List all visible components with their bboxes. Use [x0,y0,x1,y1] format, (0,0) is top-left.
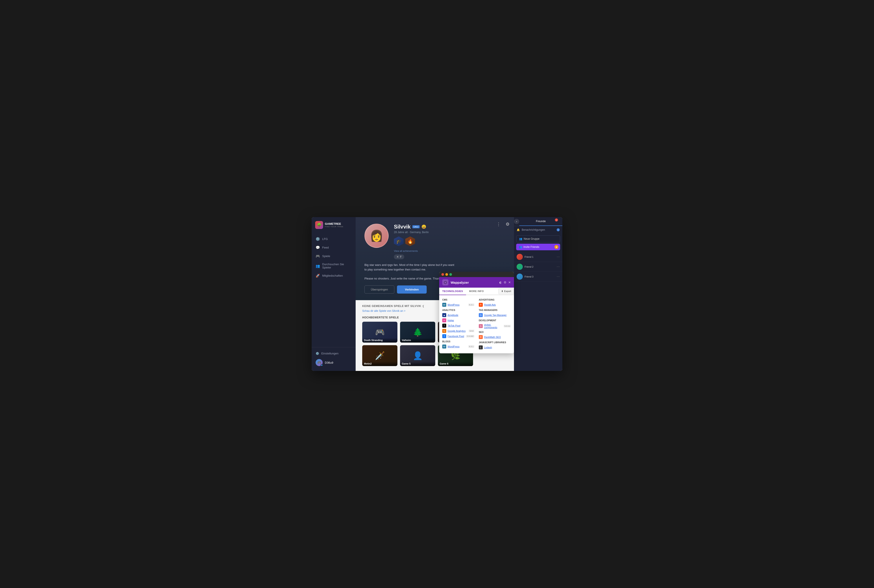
notifications-row[interactable]: 🔔 Benachrichtigungen 2 [514,226,563,234]
sidebar-item-feed[interactable]: 💬 Feed [311,243,356,252]
lodash-icon: L [479,345,483,350]
sidebar-item-lfg[interactable]: ⚙️ LFG [311,235,356,243]
invite-friends-button[interactable]: 👥 Invite Friends ★ [516,244,560,250]
close-dot[interactable] [441,273,444,276]
tech-item-rms: R RankMath SEO [479,335,511,339]
wapp-content: CMS W WordPress 6.3.1 Analytics ▲ Amplit… [439,295,514,353]
wapp-settings-icon[interactable]: ⚙ [504,280,507,284]
profile-info: 👩 Silvvik LVL1 😄 28 Jahre alt · Germany,… [364,224,505,259]
lfg-icon: ⚙️ [316,237,320,241]
profile-details: Silvvik LVL1 😄 28 Jahre alt · Germany, B… [394,224,505,259]
profile-badges: 🎓 🔥 [394,236,505,246]
group-icon: 👥 [519,237,522,240]
gold-coin-icon: ★ [554,245,558,249]
tab-friends[interactable]: Freunde 1 [519,217,563,226]
wordpress-blogs-link[interactable]: WordPress [448,345,459,348]
wapp-tabs-row: TECHNOLOGIES MORE INFO ⬇ Export [439,288,514,295]
level-badge: LVL1 [412,225,420,228]
connect-button[interactable]: Verbinden [397,285,427,294]
rp-avatar [517,254,523,260]
game-card-death-stranding[interactable]: 🎮 Death Stranding [362,322,397,342]
tech-item-wordpress-blogs: W WordPress 6.3.1 [442,345,474,348]
skip-button[interactable]: Überspringen [364,285,394,294]
wapp-close-icon[interactable]: ✕ [508,280,511,284]
settings-icon: ⚙️ [316,352,319,355]
maximize-dot[interactable] [449,273,452,276]
hotjar-icon: H [442,318,446,322]
sidebar-item-browse[interactable]: 👥 Durchsuchen Sie Spieler [311,260,356,272]
amplitude-link[interactable]: Amplitude [448,314,458,316]
profile-meta: 28 Jahre alt · Germany, Berlin [394,231,505,234]
game-title: Death Stranding [362,338,397,342]
minimize-dot[interactable] [445,273,448,276]
more-options-icon[interactable]: ⋮ [496,222,501,227]
rms-icon: R [479,335,483,339]
tech-item-tiktok: T TikTok Pixel [442,324,474,328]
export-button[interactable]: ⬇ Export [498,288,514,294]
platform-icons: ✕ F [394,255,505,259]
sidebar-item-memberships[interactable]: 🚀 Mitgliedschaften [311,272,356,280]
rp-list-item[interactable]: Friend 3 ⋯ [514,272,563,282]
user-avatar: 🎮 [316,359,323,366]
current-user[interactable]: 🎮 D36u9 [315,357,352,368]
lodash-link[interactable]: Lodash [484,346,492,349]
tag-managers-section-title: Tag managers [479,309,511,311]
wordpress-link[interactable]: WordPress [448,303,459,306]
analytics-section-title: Analytics [442,309,474,311]
ga-link[interactable]: Google Analytics [448,330,466,332]
filter-icon[interactable]: ⚙ [505,222,510,227]
rp-list-item[interactable]: Friend 1 ⋯ [514,252,563,262]
bio-line1: Big star wars and rpgs fan. Most of the … [364,263,457,272]
game-card-valheim[interactable]: 🌲 Valheim [400,322,435,342]
rp-item-more-icon[interactable]: ⋯ [557,275,560,278]
sc-icon: S [479,324,483,328]
right-panel-list: Friend 1 ⋯ Friend 2 ⋯ Friend 3 ⋯ [514,252,563,371]
reddit-link[interactable]: Reddit Ads [484,303,496,306]
friends-count-badge: 1 [555,218,558,222]
sc-link[interactable]: styled-components [484,324,502,329]
online-dot [320,364,323,366]
game-card-5[interactable]: 👤 Game 5 [400,345,435,366]
tech-item-reddit: R Reddit Ads [479,303,511,307]
rp-item-more-icon[interactable]: ⋯ [557,265,560,268]
wapp-right-col: Advertising R Reddit Ads Tag managers G … [479,298,511,351]
hotjar-link[interactable]: Hotjar [448,319,454,322]
friends-tabs: › Freunde 1 [514,217,563,226]
development-section-title: Development [479,319,511,322]
rms-link[interactable]: RankMath SEO [484,336,501,338]
neue-gruppe-button[interactable]: 👥 Neue Gruppe [516,236,560,242]
wapp-titlebar [439,272,514,277]
expand-button[interactable]: › [514,219,519,224]
ga-icon: G [442,329,446,333]
sidebar-bottom: ⚙️ Einstellungen 🎮 D36u9 [311,347,356,371]
fb-icon: f [442,334,446,338]
xbox-icon: ✕ [397,255,399,258]
spiele-icon: 🎮 [316,254,320,258]
profile-avatar: 👩 [364,224,389,248]
right-panel: › Freunde 1 🔔 Benachrichtigungen 2 👥 Neu… [514,217,563,371]
view-achievements-link[interactable]: View all achievements [394,250,418,252]
advertising-section-title: Advertising [479,298,511,301]
wapp-left-col: CMS W WordPress 6.3.1 Analytics ▲ Amplit… [442,298,474,351]
reddit-icon: R [479,303,483,307]
wapp-header: ⬡ Wappalyzer ◐ ⚙ ✕ [439,277,514,288]
sidebar-logo: 🌳 GAMETREE FIND YOUR TRIBE [311,217,356,233]
logo-text: GAMETREE [325,222,343,225]
sidebar-item-spiele[interactable]: 🎮 Spiele [311,252,356,260]
profile-name: Silvvik [394,224,411,230]
blogs-section-title: Blogs [442,340,474,343]
tab-more-info[interactable]: MORE INFO [466,288,487,295]
tiktok-link[interactable]: TikTok Pixel [448,324,460,327]
notif-count-badge: 2 [557,228,560,231]
fb-link[interactable]: Facebook Pixel [448,335,464,338]
xbox-platform: ✕ F [394,255,404,259]
tab-technologies[interactable]: TECHNOLOGIES [439,288,466,295]
game-card-metin[interactable]: 🗡️ Metin2 [362,345,397,366]
gtm-link[interactable]: Google Tag Manager [484,314,507,316]
wapp-toggle-icon[interactable]: ◐ [499,280,502,284]
tech-item-lodash: L Lodash [479,345,511,350]
rp-item-more-icon[interactable]: ⋯ [557,255,560,259]
rp-list-item[interactable]: Friend 2 ⋯ [514,262,563,272]
settings-item[interactable]: ⚙️ Einstellungen [315,350,352,357]
game-title: Metin2 [362,362,397,366]
